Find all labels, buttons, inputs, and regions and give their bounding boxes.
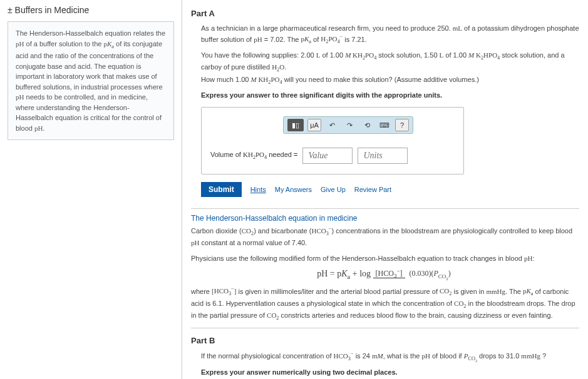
hints-link[interactable]: Hints: [250, 184, 266, 195]
undo-icon[interactable]: ↶: [325, 119, 339, 131]
part-b-text-1: If the normal physiological concentratio…: [201, 350, 579, 363]
reset-icon[interactable]: ⟲: [360, 119, 374, 131]
eq-denominator: (0.030)(PCO2): [407, 269, 453, 278]
hh-text-1: Carbon dioxide (CO2) and bicarbonate (HC…: [191, 225, 579, 248]
my-answers-link[interactable]: My Answers: [275, 184, 312, 195]
review-part-link[interactable]: Review Part: [354, 184, 391, 195]
help-button[interactable]: ?: [395, 119, 409, 131]
units-input[interactable]: [358, 148, 408, 164]
part-b-title: Part B: [191, 333, 579, 348]
part-b-body: If the normal physiological concentratio…: [191, 348, 579, 379]
eq-numerator: [HCO3−]: [373, 269, 405, 278]
right-panel: Part A As a technician in a large pharma…: [182, 0, 588, 379]
part-a-text-1: As a technician in a large pharmaceutica…: [201, 23, 579, 46]
units-mu-button[interactable]: μA: [307, 119, 321, 131]
hh-body: Carbon dioxide (CO2) and bicarbonate (HC…: [191, 225, 579, 323]
divider-2: [191, 328, 579, 328]
left-panel: ± Buffers in Medicine The Henderson-Hass…: [0, 0, 182, 379]
part-a-actions: Submit Hints My Answers Give Up Review P…: [201, 182, 579, 197]
submit-button[interactable]: Submit: [201, 182, 242, 197]
part-a-title: Part A: [191, 6, 579, 21]
part-a-toolbar: ▮▯ μA ↶ ↷ ⟲ ⌨ ?: [283, 116, 413, 134]
template-icon[interactable]: ▮▯: [287, 119, 304, 131]
part-a-text-2: You have the following supplies: 2.00 L …: [201, 50, 579, 74]
part-a-input-label: Volume of KH2PO4 needed =: [210, 149, 297, 162]
hh-text-3: where [HCO3−] is given in millimoles/lit…: [191, 286, 579, 323]
intro-box: The Henderson-Hasselbalch equation relat…: [8, 21, 174, 140]
part-a-answer-box: ▮▯ μA ↶ ↷ ⟲ ⌨ ? Volume of KH2PO4 needed …: [201, 107, 464, 174]
part-b-instruction: Express your answer numerically using tw…: [201, 367, 579, 378]
hh-text-2: Physicians use the following modified fo…: [191, 253, 579, 264]
eq-fraction: [HCO3−] (0.030)(PCO2): [373, 267, 453, 281]
keyboard-icon[interactable]: ⌨: [378, 119, 391, 131]
part-a-body: As a technician in a large pharmaceutica…: [191, 21, 579, 203]
value-input[interactable]: [302, 148, 353, 164]
module-title: ± Buffers in Medicine: [8, 5, 174, 15]
divider: [191, 208, 579, 209]
hh-equation: pH = pKa + log [HCO3−] (0.030)(PCO2): [191, 267, 579, 282]
part-a-input-row: Volume of KH2PO4 needed =: [202, 143, 463, 174]
hh-title: The Henderson-Hasselbalch equation in me…: [191, 214, 579, 223]
eq-left: pH = pKa + log: [317, 269, 371, 278]
redo-icon[interactable]: ↷: [343, 119, 356, 131]
give-up-link[interactable]: Give Up: [321, 184, 346, 195]
part-a-instruction: Express your answer to three significant…: [201, 90, 579, 101]
part-a-text-3: How much 1.00 M KH2PO4 will you need to …: [201, 74, 579, 87]
